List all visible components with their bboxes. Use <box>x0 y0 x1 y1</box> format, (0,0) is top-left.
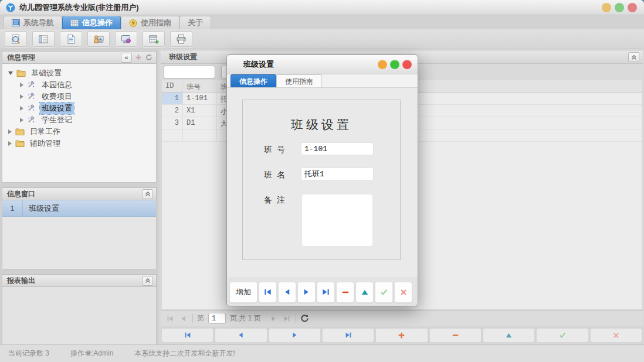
dialog-first-record-button[interactable] <box>259 282 277 303</box>
expand-arrow-icon[interactable] <box>20 106 23 111</box>
info-window-list: 1 班级设置 <box>2 200 157 269</box>
preview-search-button[interactable] <box>5 31 27 47</box>
dialog-tab-bar: 信息操作 使用指南 <box>227 74 418 88</box>
tree-item-label: 辅助管理 <box>28 138 62 149</box>
remark-textarea[interactable] <box>301 194 373 247</box>
sidebar-item-auxiliary-management[interactable]: 辅助管理 <box>2 138 156 149</box>
collapse-up-button[interactable] <box>628 52 639 62</box>
sidebar: 信息管理 « 基础设置 本园信息 <box>0 49 158 344</box>
dialog-tab-user-guide[interactable]: 使用指南 <box>276 74 322 87</box>
prev-page-icon[interactable] <box>179 314 188 323</box>
collapse-up-button[interactable] <box>142 189 153 199</box>
class-form-panel: 班级设置 班 号 班 名 备 注 <box>242 100 401 260</box>
prev-record-button[interactable] <box>215 328 267 343</box>
info-management-tree: 基础设置 本园信息 收费项目 班级设置 <box>2 64 157 183</box>
dialog-next-record-button[interactable] <box>297 282 316 303</box>
dialog-confirm-button[interactable] <box>375 282 393 303</box>
confirm-button[interactable] <box>536 328 588 343</box>
next-record-button[interactable] <box>269 328 321 343</box>
class-code-input[interactable] <box>301 142 374 155</box>
tab-label: 信息操作 <box>82 18 113 28</box>
remark-label: 备 注 <box>264 195 286 206</box>
refresh-button[interactable] <box>300 314 310 323</box>
close-button[interactable] <box>628 3 637 12</box>
dialog-delete-record-button[interactable] <box>336 282 354 303</box>
tree-item-label: 学生登记 <box>40 114 74 126</box>
sidebar-item-student-register[interactable]: 学生登记 <box>2 114 156 126</box>
dialog-minimize-button[interactable] <box>378 60 387 69</box>
dialog-last-record-button[interactable] <box>317 282 335 303</box>
form-heading: 班级设置 <box>243 117 400 133</box>
user-report-button[interactable] <box>87 31 110 47</box>
tool-icon <box>27 81 36 89</box>
expand-arrow-icon[interactable] <box>20 83 23 87</box>
printer-button[interactable] <box>170 31 192 47</box>
refresh-icon <box>145 53 153 62</box>
tab-about[interactable]: 关于 <box>179 16 211 29</box>
document-button[interactable] <box>60 31 82 47</box>
sidebar-item-fee-items[interactable]: 收费项目 <box>2 91 156 103</box>
delete-record-button[interactable] <box>429 328 482 343</box>
tree-item-label: 日常工作 <box>28 126 62 138</box>
column-header-class-code[interactable]: 班号 <box>183 80 217 92</box>
help-coin-icon: ? <box>129 19 137 26</box>
status-message: 本系统支持二次开发和全新开发! <box>134 349 235 358</box>
dialog-add-button[interactable]: 增加 <box>229 282 257 303</box>
dialog-close-button[interactable] <box>402 60 412 69</box>
monitor-icon <box>12 19 20 26</box>
dialog-tab-info-operations[interactable]: 信息操作 <box>231 74 276 87</box>
dialog-maximize-button[interactable] <box>390 60 399 69</box>
sidebar-item-basic-settings[interactable]: 基础设置 <box>2 67 156 79</box>
dialog-prev-record-button[interactable] <box>278 282 296 303</box>
last-page-icon[interactable] <box>282 314 292 323</box>
cell-id: 3 <box>162 117 183 129</box>
class-code-label: 班 号 <box>264 145 286 155</box>
sidebar-item-daily-work[interactable]: 日常工作 <box>2 126 156 138</box>
first-page-icon[interactable] <box>165 314 175 323</box>
next-page-icon[interactable] <box>269 314 278 323</box>
collapse-left-button[interactable]: « <box>121 53 132 63</box>
page-number-input[interactable] <box>208 313 226 324</box>
tool-icon <box>27 116 36 124</box>
dialog-cancel-button[interactable] <box>394 282 412 303</box>
last-record-button[interactable] <box>322 328 374 343</box>
class-name-input[interactable] <box>301 168 374 180</box>
first-record-button[interactable] <box>161 328 213 343</box>
pagination-bar: 第 页,共 1 页 <box>161 310 643 326</box>
filter-combobox[interactable] <box>164 66 215 78</box>
edit-record-button[interactable] <box>483 328 535 343</box>
tab-info-operations[interactable]: 信息操作 <box>62 16 121 29</box>
data-list-button[interactable] <box>32 31 55 47</box>
collapse-up-button[interactable] <box>142 276 153 286</box>
maximize-button[interactable] <box>615 3 624 12</box>
tab-user-guide[interactable]: ? 使用指南 <box>121 16 179 29</box>
tab-system-navigation[interactable]: 系统导航 <box>4 16 62 29</box>
expand-arrow-icon[interactable] <box>20 118 23 122</box>
user-report-icon <box>93 34 104 45</box>
sidebar-item-class-settings[interactable]: 班级设置 <box>2 103 156 114</box>
add-record-button[interactable] <box>375 328 428 343</box>
list-item[interactable]: 1 班级设置 <box>2 200 156 217</box>
minimize-button[interactable] <box>602 3 611 12</box>
sidebar-item-school-info[interactable]: 本园信息 <box>2 79 156 91</box>
record-count-text: 当前记录数 3 <box>8 349 49 358</box>
column-header-id[interactable]: ID <box>162 80 183 92</box>
expand-arrow-icon[interactable] <box>8 141 12 146</box>
cell-class-code: X1 <box>183 105 217 117</box>
monitor-display-button[interactable] <box>115 31 137 47</box>
folder-icon <box>15 139 25 148</box>
page-label: 第 <box>197 313 204 323</box>
cancel-button[interactable] <box>590 328 642 343</box>
expand-arrow-icon[interactable] <box>20 94 23 99</box>
monitor-display-icon <box>121 34 131 45</box>
cell-id: 1 <box>162 93 183 104</box>
expand-arrow-icon[interactable] <box>8 129 12 134</box>
expand-arrow-icon[interactable] <box>8 71 13 75</box>
icon-toolbar <box>0 29 644 49</box>
add-icon <box>134 53 143 62</box>
table-add-button[interactable] <box>143 31 165 47</box>
dialog-title-bar[interactable]: 班级设置 <box>227 55 418 74</box>
list-item-index: 1 <box>2 204 22 213</box>
grid-icon <box>70 19 79 26</box>
dialog-edit-record-button[interactable] <box>355 282 374 303</box>
